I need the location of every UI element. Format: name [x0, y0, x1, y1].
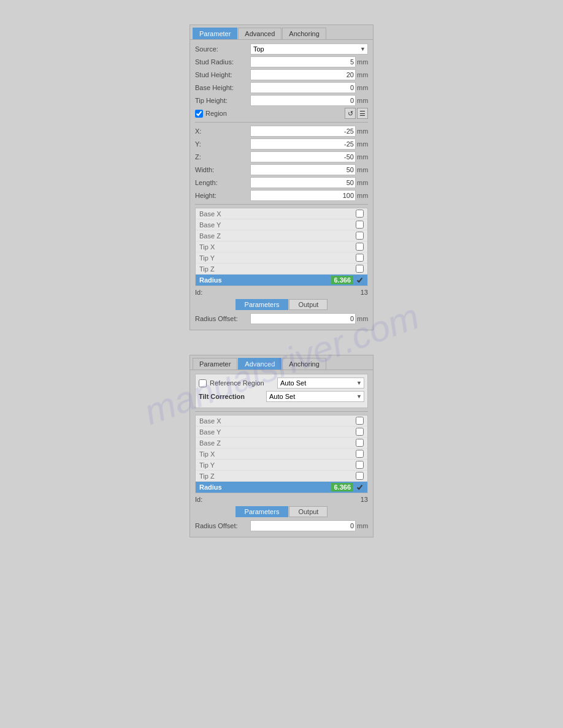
- tip-y-checkbox[interactable]: [356, 254, 364, 262]
- width-wrap: mm: [250, 164, 368, 175]
- panel-1: Parameter Advanced Anchoring Source: Top…: [190, 25, 373, 330]
- base-x-checkbox-2[interactable]: [356, 417, 364, 425]
- tip-z-checkbox-2[interactable]: [356, 472, 364, 480]
- source-row: Source: Top ▼: [195, 44, 368, 55]
- radius-offset-unit-1: mm: [357, 315, 368, 322]
- y-label: Y:: [195, 140, 250, 148]
- list-item: Tip X: [196, 449, 367, 460]
- base-height-wrap: mm: [250, 82, 368, 93]
- panel-2: Parameter Advanced Anchoring Reference R…: [190, 355, 373, 537]
- tip-height-row: Tip Height: mm: [195, 95, 368, 106]
- list-item: Base Z: [196, 438, 367, 449]
- z-wrap: mm: [250, 151, 368, 162]
- panel2-tabs: Parameter Advanced Anchoring: [190, 355, 373, 370]
- sub-tab-parameters-2[interactable]: Parameters: [236, 506, 289, 517]
- list-item-radius-2[interactable]: Radius 6.366: [196, 482, 367, 493]
- tip-height-wrap: mm: [250, 95, 368, 106]
- stud-height-input[interactable]: [250, 69, 356, 80]
- tip-z-checkbox[interactable]: [356, 265, 364, 273]
- region-reset-icon[interactable]: ↺: [345, 108, 356, 119]
- z-label: Z:: [195, 153, 250, 161]
- radius-label-2: Radius: [199, 483, 331, 491]
- stud-radius-label: Stud Radius:: [195, 58, 250, 66]
- stud-height-unit: mm: [357, 71, 368, 78]
- list-item: Base X: [196, 208, 367, 219]
- radius-offset-row-2: Radius Offset: mm: [195, 520, 368, 531]
- stud-radius-input[interactable]: [250, 56, 356, 67]
- region-checkbox[interactable]: [195, 110, 203, 118]
- list-item: Tip Z: [196, 471, 367, 482]
- tab-anchoring-2[interactable]: Anchoring: [282, 358, 326, 370]
- reference-region-select[interactable]: Auto Set: [277, 377, 364, 389]
- z-input[interactable]: [250, 151, 356, 162]
- tip-x-checkbox[interactable]: [356, 243, 364, 251]
- x-unit: mm: [357, 127, 368, 135]
- stud-height-row: Stud Height: mm: [195, 69, 368, 80]
- panel1-sub-tabs: Parameters Output: [195, 299, 368, 310]
- radius-offset-label-1: Radius Offset:: [195, 315, 250, 322]
- height-unit: mm: [357, 192, 368, 199]
- radius-offset-wrap-1: mm: [250, 313, 368, 324]
- base-z-label: Base Z: [199, 232, 356, 240]
- base-height-unit: mm: [357, 84, 368, 91]
- y-wrap: mm: [250, 138, 368, 150]
- base-z-checkbox[interactable]: [356, 232, 364, 240]
- tip-x-checkbox-2[interactable]: [356, 450, 364, 458]
- radius-value-2: 6.366: [331, 483, 353, 491]
- list-item: Base Z: [196, 230, 367, 241]
- stud-height-label: Stud Height:: [195, 71, 250, 78]
- sub-tab-parameters-1[interactable]: Parameters: [236, 299, 289, 310]
- region-list-icon[interactable]: ☰: [357, 108, 368, 119]
- radius-offset-input-1[interactable]: [250, 313, 356, 324]
- list-item: Base X: [196, 415, 367, 427]
- radius-offset-input-2[interactable]: [250, 520, 356, 531]
- width-input[interactable]: [250, 164, 356, 175]
- width-label: Width:: [195, 166, 250, 173]
- reference-region-label: Reference Region: [210, 379, 277, 387]
- stud-radius-unit: mm: [357, 58, 368, 66]
- length-input[interactable]: [250, 177, 356, 188]
- base-y-checkbox[interactable]: [356, 221, 364, 229]
- radius-checkbox[interactable]: [356, 276, 364, 284]
- reference-region-checkbox[interactable]: [199, 379, 207, 387]
- region-icons: ↺ ☰: [345, 108, 368, 119]
- z-unit: mm: [357, 153, 368, 161]
- length-unit: mm: [357, 179, 368, 186]
- tab-anchoring-1[interactable]: Anchoring: [282, 28, 326, 39]
- x-input[interactable]: [250, 126, 356, 137]
- base-height-input[interactable]: [250, 82, 356, 93]
- radius-offset-wrap-2: mm: [250, 520, 368, 531]
- sub-tab-output-1[interactable]: Output: [289, 299, 327, 310]
- sub-tab-output-2[interactable]: Output: [289, 506, 327, 517]
- height-input[interactable]: [250, 190, 356, 201]
- panel2-sub-tabs: Parameters Output: [195, 506, 368, 517]
- tab-advanced-1[interactable]: Advanced: [238, 28, 282, 39]
- tilt-correction-select[interactable]: Auto Set: [266, 391, 364, 402]
- base-y-checkbox-2[interactable]: [356, 428, 364, 436]
- reference-region-row: Reference Region Auto Set ▼: [199, 377, 364, 389]
- list-item-radius[interactable]: Radius 6.366: [196, 275, 367, 286]
- tilt-correction-select-wrap: Auto Set ▼: [266, 391, 364, 402]
- base-x-checkbox[interactable]: [356, 210, 364, 218]
- tip-x-label-2: Tip X: [199, 450, 356, 458]
- tab-parameter-1[interactable]: Parameter: [193, 28, 237, 39]
- radius-checkbox-2[interactable]: [356, 483, 364, 491]
- panel1-checkbox-list: Base X Base Y Base Z Tip X Tip Y Tip Z: [195, 208, 368, 286]
- tip-height-input[interactable]: [250, 95, 356, 106]
- y-input[interactable]: [250, 138, 356, 150]
- tab-parameter-2[interactable]: Parameter: [193, 358, 237, 370]
- base-z-checkbox-2[interactable]: [356, 439, 364, 447]
- source-label: Source:: [195, 45, 250, 53]
- y-unit: mm: [357, 140, 368, 148]
- width-row: Width: mm: [195, 164, 368, 175]
- source-select[interactable]: Top: [250, 44, 368, 55]
- radius-offset-row-1: Radius Offset: mm: [195, 313, 368, 324]
- base-x-label-2: Base X: [199, 417, 356, 425]
- id-row-2: Id: 13: [195, 496, 368, 503]
- reference-region-select-wrap: Auto Set ▼: [277, 377, 364, 389]
- radius-label: Radius: [199, 276, 331, 284]
- tip-y-checkbox-2[interactable]: [356, 461, 364, 469]
- tab-advanced-2[interactable]: Advanced: [238, 358, 282, 370]
- id-row: Id: 13: [195, 289, 368, 296]
- region-row: Region ↺ ☰: [195, 108, 368, 119]
